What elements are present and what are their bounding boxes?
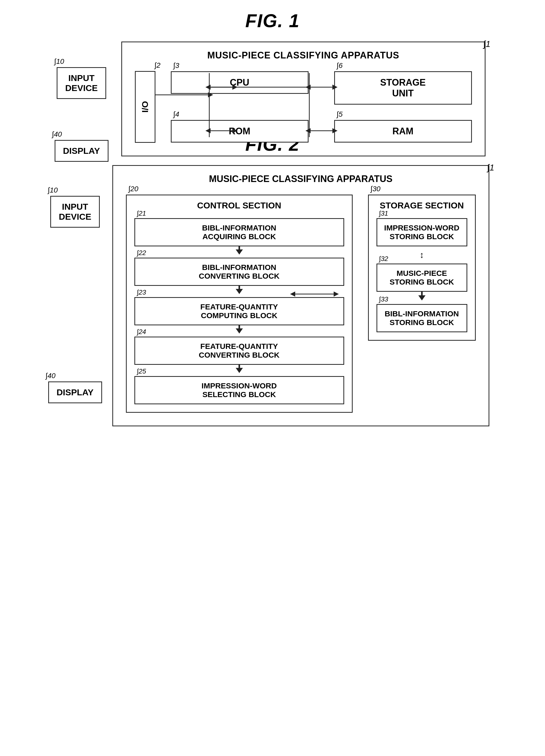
block32-ref: 32 xyxy=(381,255,388,263)
cpu-ref: 3 xyxy=(175,62,179,69)
block24: FEATURE-QUANTITY CONVERTING BLOCK xyxy=(134,337,344,365)
fig2-display-label: DISPLAY xyxy=(57,387,94,397)
ram-label: RAM xyxy=(392,126,414,136)
fig1-title: FIG. 1 xyxy=(245,10,300,31)
block23: FEATURE-QUANTITY COMPUTING BLOCK xyxy=(134,297,344,325)
block25-ref: 25 xyxy=(139,367,146,375)
display-label: DISPLAY xyxy=(63,146,100,156)
display-box: DISPLAY xyxy=(55,140,108,162)
control-section-title: CONTROL SECTION xyxy=(134,200,344,210)
block22: BIBL-INFORMATION CONVERTING BLOCK xyxy=(134,258,344,286)
input-device-label: INPUT DEVICE xyxy=(65,73,98,93)
block31-ref: 31 xyxy=(381,209,388,217)
apparatus-ref: 1 xyxy=(486,39,491,49)
input-device-ref: 10 xyxy=(56,57,64,65)
rom-box: ROM xyxy=(171,120,309,143)
fig2-section: FIG. 2 ∫10 INPUT DEVICE ∫40 DISPLAY xyxy=(15,134,530,473)
block21-ref: 21 xyxy=(139,209,146,217)
ram-box: RAM xyxy=(334,120,472,143)
fig2-display-box: DISPLAY xyxy=(48,381,102,403)
fig2-display-ref: 40 xyxy=(47,372,55,380)
storage-section-title: STORAGE SECTION xyxy=(377,200,467,210)
apparatus-label: MUSIC-PIECE CLASSIFYING APPARATUS xyxy=(135,50,472,61)
block25: IMPRESSION-WORD SELECTING BLOCK xyxy=(134,376,344,404)
block33: BIBL-INFORMATION STORING BLOCK xyxy=(377,304,467,332)
rom-label: ROM xyxy=(229,126,250,136)
fig2-apparatus-ref: 1 xyxy=(490,163,495,172)
storage-ref: 6 xyxy=(339,62,343,69)
storage-section-ref: 30 xyxy=(373,185,380,193)
block33-ref: 33 xyxy=(381,295,388,303)
page-container: FIG. 1 ∫10 INPUT DEVICE ∫40 DISPLAY xyxy=(15,10,530,473)
storage-label: STORAGE UNIT xyxy=(380,77,426,98)
cpu-label: CPU xyxy=(230,77,249,88)
rom-ref: 4 xyxy=(175,110,179,118)
fig2-input-ref: 10 xyxy=(50,186,58,194)
fig2-input-device-box: INPUT DEVICE xyxy=(50,196,100,228)
fig2-apparatus-label: MUSIC-PIECE CLASSIFYING APPARATUS xyxy=(126,174,476,184)
display-ref: 40 xyxy=(54,130,62,138)
control-section-ref: 20 xyxy=(130,185,138,193)
block32: MUSIC-PIECE STORING BLOCK xyxy=(377,264,467,292)
input-device-box: INPUT DEVICE xyxy=(57,67,106,99)
block22-ref: 22 xyxy=(139,249,146,257)
storage-box: STORAGE UNIT xyxy=(334,71,472,105)
fig2-input-label: INPUT DEVICE xyxy=(59,202,91,221)
block31: IMPRESSION-WORD STORING BLOCK xyxy=(377,218,467,246)
block24-ref: 24 xyxy=(139,328,146,336)
cpu-box: CPU xyxy=(171,71,309,94)
io-label: I/O xyxy=(140,101,150,113)
ram-ref: 5 xyxy=(339,110,343,118)
block21: BIBL-INFORMATION ACQUIRING BLOCK xyxy=(134,218,344,246)
block23-ref: 23 xyxy=(139,288,146,296)
io-ref: 2 xyxy=(156,61,160,69)
